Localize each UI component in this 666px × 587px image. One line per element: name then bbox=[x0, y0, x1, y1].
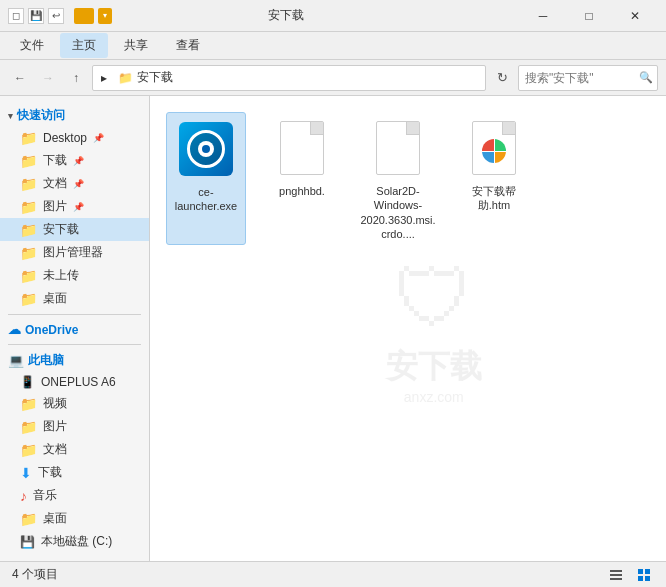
up-button[interactable]: ↑ bbox=[64, 66, 88, 90]
thispc-header[interactable]: 💻 此电脑 bbox=[0, 349, 149, 372]
exe-icon bbox=[179, 122, 233, 176]
sidebar-item-local-disk[interactable]: 💾 本地磁盘 (C:) bbox=[0, 530, 149, 553]
sidebar-item-music[interactable]: ♪ 音乐 bbox=[0, 484, 149, 507]
menu-bar: 文件 主页 共享 查看 bbox=[0, 32, 666, 60]
sidebar-item-pictures[interactable]: 📁 图片 📌 bbox=[0, 195, 149, 218]
folder-icon-downloads: 📁 bbox=[20, 153, 37, 169]
menu-file[interactable]: 文件 bbox=[8, 33, 56, 58]
generic-icon-png bbox=[280, 121, 324, 175]
htm-color-orange bbox=[495, 152, 507, 164]
folder-icon-desktop3: 📁 bbox=[20, 511, 37, 527]
sidebar-item-downloads2[interactable]: ⬇ 下载 bbox=[0, 461, 149, 484]
htm-colors bbox=[482, 139, 506, 163]
search-input[interactable] bbox=[525, 71, 635, 85]
sidebar-item-downloads[interactable]: 📁 下载 📌 bbox=[0, 149, 149, 172]
close-button[interactable]: ✕ bbox=[612, 0, 658, 32]
status-right bbox=[606, 565, 654, 585]
menu-home[interactable]: 主页 bbox=[60, 33, 108, 58]
sidebar-item-documents2[interactable]: 📁 文档 bbox=[0, 438, 149, 461]
svg-rect-1 bbox=[610, 574, 622, 576]
sidebar-item-desktop3[interactable]: 📁 桌面 bbox=[0, 507, 149, 530]
menu-share[interactable]: 共享 bbox=[112, 33, 160, 58]
folder-icon-uploaded: 📁 bbox=[20, 268, 37, 284]
file-item-png[interactable]: pnghhbd. bbox=[262, 112, 342, 245]
sidebar-label-oneplus: ONEPLUS A6 bbox=[41, 375, 116, 389]
window-title: 安下载 bbox=[52, 7, 520, 24]
sidebar-label-music: 音乐 bbox=[33, 487, 57, 504]
sidebar-item-pictures2[interactable]: 📁 图片 bbox=[0, 415, 149, 438]
htm-icon bbox=[472, 121, 516, 175]
list-view-button[interactable] bbox=[606, 565, 626, 585]
refresh-button[interactable]: ↻ bbox=[490, 66, 514, 90]
folder-icon-pictures: 📁 bbox=[20, 199, 37, 215]
sidebar-item-oneplus[interactable]: 📱 ONEPLUS A6 bbox=[0, 372, 149, 392]
sidebar-label-downloads2: 下载 bbox=[38, 464, 62, 481]
onedrive-label: OneDrive bbox=[25, 323, 78, 337]
path-folder-icon: 📁 bbox=[118, 71, 133, 85]
sidebar-label-desktop: Desktop bbox=[43, 131, 87, 145]
quick-access-header[interactable]: ▾ 快速访问 bbox=[0, 104, 149, 127]
quick-access-chevron: ▾ bbox=[8, 111, 13, 121]
sidebar-item-picmanager[interactable]: 📁 图片管理器 bbox=[0, 241, 149, 264]
watermark-text: 安下载 bbox=[386, 345, 482, 389]
sidebar-label-videos: 视频 bbox=[43, 395, 67, 412]
current-path: 安下载 bbox=[137, 69, 173, 86]
separator-1 bbox=[8, 314, 141, 315]
sidebar-label-documents2: 文档 bbox=[43, 441, 67, 458]
grid-view-button[interactable] bbox=[634, 565, 654, 585]
file-item-htm[interactable]: 安下载帮助.htm bbox=[454, 112, 534, 245]
sidebar-item-anxiazai[interactable]: 📁 安下载 bbox=[0, 218, 149, 241]
quick-access-label: 快速访问 bbox=[17, 107, 65, 124]
thispc-label: 此电脑 bbox=[28, 352, 64, 369]
sidebar-item-uploaded[interactable]: 📁 未上传 bbox=[0, 264, 149, 287]
file-item-exe[interactable]: ce-launcher.exe bbox=[166, 112, 246, 245]
address-path[interactable]: ▸ 📁 安下载 bbox=[92, 65, 486, 91]
search-box[interactable]: 🔍 bbox=[518, 65, 658, 91]
watermark-icon: 🛡 bbox=[386, 253, 482, 345]
music-icon: ♪ bbox=[20, 488, 27, 504]
sidebar-label-local-disk: 本地磁盘 (C:) bbox=[41, 533, 112, 550]
sidebar-label-desktop2: 桌面 bbox=[43, 290, 67, 307]
quick-access-icon[interactable]: ◻ bbox=[8, 8, 24, 24]
folder-icon-pictures2: 📁 bbox=[20, 419, 37, 435]
sidebar-item-documents[interactable]: 📁 文档 📌 bbox=[0, 172, 149, 195]
menu-view[interactable]: 查看 bbox=[164, 33, 212, 58]
path-arrow bbox=[111, 72, 114, 83]
sidebar-label-picmanager: 图片管理器 bbox=[43, 244, 103, 261]
title-bar: ◻ 💾 ↩ ▾ 安下载 ─ □ ✕ bbox=[0, 0, 666, 32]
generic-icon-msi bbox=[376, 121, 420, 175]
folder-icon-picmanager: 📁 bbox=[20, 245, 37, 261]
minimize-button[interactable]: ─ bbox=[520, 0, 566, 32]
pin-icon-pictures: 📌 bbox=[73, 202, 84, 212]
window-controls: ─ □ ✕ bbox=[520, 0, 658, 32]
file-icon-wrapper-msi bbox=[366, 116, 430, 180]
address-bar: ← → ↑ ▸ 📁 安下载 ↻ 🔍 bbox=[0, 60, 666, 96]
file-area: 🛡 安下载 anxz.com ce-launcher.exe bbox=[150, 96, 666, 561]
phone-icon: 📱 bbox=[20, 375, 35, 389]
sidebar: ▾ 快速访问 📁 Desktop 📌 📁 下载 📌 📁 文档 📌 📁 图片 📌 … bbox=[0, 96, 150, 561]
main-content: ▾ 快速访问 📁 Desktop 📌 📁 下载 📌 📁 文档 📌 📁 图片 📌 … bbox=[0, 96, 666, 561]
save-icon[interactable]: 💾 bbox=[28, 8, 44, 24]
sidebar-label-uploaded: 未上传 bbox=[43, 267, 79, 284]
sidebar-item-desktop[interactable]: 📁 Desktop 📌 bbox=[0, 127, 149, 149]
drive-icon: 💾 bbox=[20, 535, 35, 549]
file-label-htm: 安下载帮助.htm bbox=[458, 184, 530, 213]
exe-eye bbox=[198, 141, 214, 157]
sidebar-item-videos[interactable]: 📁 视频 bbox=[0, 392, 149, 415]
maximize-button[interactable]: □ bbox=[566, 0, 612, 32]
file-item-msi[interactable]: Solar2D-Windows-2020.3630.msi.crdo.... bbox=[358, 112, 438, 245]
files-grid: ce-launcher.exe pnghhbd. Solar2D-Windows… bbox=[166, 112, 650, 245]
onedrive-header[interactable]: ☁ OneDrive bbox=[0, 319, 149, 340]
exe-icon-inner bbox=[187, 130, 225, 168]
forward-button[interactable]: → bbox=[36, 66, 60, 90]
pin-icon-desktop: 📌 bbox=[93, 133, 104, 143]
htm-color-green bbox=[495, 139, 507, 151]
sidebar-item-desktop2[interactable]: 📁 桌面 bbox=[0, 287, 149, 310]
search-icon: 🔍 bbox=[639, 71, 653, 84]
back-button[interactable]: ← bbox=[8, 66, 32, 90]
cloud-icon: ☁ bbox=[8, 322, 21, 337]
folder-icon-videos: 📁 bbox=[20, 396, 37, 412]
file-label-msi: Solar2D-Windows-2020.3630.msi.crdo.... bbox=[358, 184, 438, 241]
svg-rect-4 bbox=[645, 569, 650, 574]
download-icon: ⬇ bbox=[20, 465, 32, 481]
